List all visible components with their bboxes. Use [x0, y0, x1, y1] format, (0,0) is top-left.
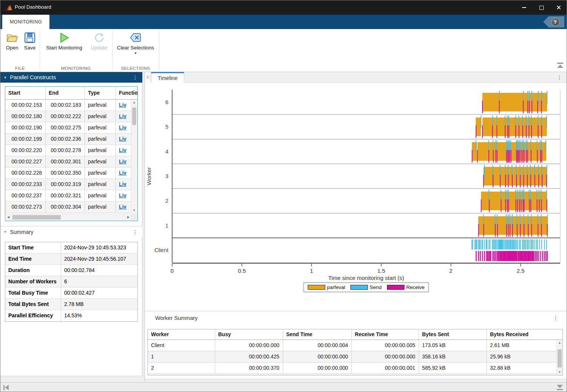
scrollbar-thumb[interactable] [12, 215, 61, 220]
panel-menu-icon[interactable]: ⋮ [133, 229, 138, 235]
row-label: Client [154, 247, 168, 253]
table-cell: 1 [148, 351, 215, 362]
collapse-bottom-panel-icon[interactable] [557, 385, 563, 390]
table-cell: 00:00:02.273 [5, 201, 46, 212]
collapse-ribbon-icon [557, 63, 563, 64]
column-header-receive-time[interactable]: Receive Time [352, 329, 419, 340]
collapse-caret-icon[interactable]: ▾ [4, 75, 6, 80]
function-link[interactable]: Liv [119, 102, 126, 108]
function-link[interactable]: Liv [119, 181, 126, 187]
table-cell: 00:00:02.275 [46, 122, 85, 133]
column-header-end[interactable]: End [46, 87, 85, 99]
parfeval-bar[interactable] [478, 216, 548, 235]
table-row[interactable]: 200:00:00.37000:00:00.00000:00:00.001585… [148, 363, 562, 374]
column-header-function[interactable]: Function [116, 87, 137, 99]
function-link[interactable]: Liv [119, 193, 126, 198]
table-cell: 00:00:02.319 [46, 179, 85, 190]
parfeval-bar[interactable] [476, 117, 481, 136]
timeline-chart[interactable]: 00.511.522.5654321ClientWorkerTime since… [145, 83, 567, 311]
summary-row: Number of Workers6 [5, 276, 137, 287]
column-header-worker[interactable]: Worker [148, 329, 215, 340]
scroll-right-icon[interactable]: ▶ [126, 214, 131, 221]
scroll-down-icon[interactable]: ▼ [557, 370, 562, 375]
column-header-bytes-sent[interactable]: Bytes Sent [419, 329, 487, 340]
panel-menu-icon[interactable]: ⋮ [553, 315, 558, 321]
scroll-up-icon[interactable]: ▲ [131, 100, 137, 105]
table-row[interactable]: 00:00:02.23700:00:02.321parfevalLiv [5, 190, 137, 201]
panel-menu-icon[interactable]: ⋮ [133, 74, 138, 80]
table-row[interactable]: 00:00:02.22700:00:02.301parfevalLiv [5, 156, 137, 168]
table-row[interactable]: 00:00:02.19900:00:02.236parfevalLiv [5, 134, 137, 145]
start-monitoring-play-icon [58, 32, 70, 43]
help-button[interactable]: ? [543, 16, 564, 28]
function-link[interactable]: Liv [119, 170, 126, 176]
collapse-caret-icon[interactable]: ▾ [4, 230, 6, 234]
table-row[interactable]: 00:00:02.23300:00:02.319parfevalLiv [5, 179, 137, 190]
tab-timeline[interactable]: Timeline [151, 72, 184, 83]
table-row[interactable]: 00:00:02.18000:00:02.222parfevalLiv [5, 111, 137, 122]
table-cell: parfeval [85, 201, 116, 212]
table-cell: 00:00:02.350 [46, 168, 85, 178]
clear-selections-dropdown-caret[interactable]: ▾ [134, 52, 136, 55]
function-link[interactable]: Liv [119, 159, 126, 164]
table-cell: 00:00:02.153 [5, 100, 46, 111]
tab-monitoring[interactable]: MONITORING [2, 15, 49, 29]
constructs-table-header: Start End Type Function [5, 87, 137, 100]
clear-selections-button[interactable]: Clear Selections ▾ [114, 32, 157, 55]
collapse-left-panel-icon[interactable] [3, 385, 9, 390]
summary-header[interactable]: ▾ Summary ⋮ [0, 226, 142, 237]
row-label: 3 [165, 173, 168, 179]
scroll-left-icon[interactable]: ◀ [6, 214, 11, 221]
panel-splitter[interactable] [142, 72, 145, 382]
scroll-up-icon[interactable]: ▲ [557, 340, 562, 346]
column-header-bytes-received[interactable]: Bytes Received [487, 329, 550, 340]
worker-summary-vertical-scrollbar[interactable]: ▲ ▼ [556, 340, 562, 375]
table-cell: parfeval [85, 179, 116, 190]
maximize-button[interactable] [533, 0, 550, 15]
column-header-type[interactable]: Type [85, 87, 116, 99]
update-button[interactable]: Update [87, 32, 111, 51]
table-row[interactable]: 00:00:02.22000:00:02.278parfevalLiv [5, 145, 137, 156]
constructs-vertical-scrollbar[interactable]: ▲ ▼ [131, 100, 137, 213]
table-row[interactable]: 00:00:02.22800:00:02.350parfevalLiv [5, 168, 137, 179]
document-tab-bar: ☰ Timeline ⋮ [145, 72, 567, 83]
open-button[interactable]: Open [3, 32, 21, 51]
table-cell: parfeval [85, 111, 116, 122]
start-monitoring-button[interactable]: Start Monitoring [43, 32, 86, 51]
summary-label: End Time [5, 254, 61, 264]
worker-summary-header[interactable]: Worker Summary ⋮ [145, 311, 567, 324]
save-button[interactable]: Save [22, 32, 38, 51]
function-link[interactable]: Liv [119, 148, 126, 153]
tab-grip-icon[interactable]: ☰ [145, 72, 151, 83]
scroll-down-icon[interactable]: ▼ [131, 208, 137, 213]
function-link[interactable]: Liv [119, 125, 126, 131]
column-header-start[interactable]: Start [5, 87, 46, 99]
table-row[interactable]: 00:00:02.15300:00:02.183parfevalLiv [5, 100, 137, 111]
function-link[interactable]: Liv [119, 114, 126, 119]
scrollbar-corner [131, 214, 137, 221]
worker-summary-table[interactable]: WorkerBusySend TimeReceive TimeBytes Sen… [148, 329, 563, 375]
tab-menu-icon[interactable]: ⋮ [557, 74, 562, 80]
table-row[interactable]: 100:00:00.42500:00:00.00000:00:00.000358… [148, 351, 562, 363]
table-cell: 00:00:02.321 [46, 190, 85, 201]
scrollbar-thumb[interactable] [132, 108, 136, 125]
column-header-busy[interactable]: Busy [215, 329, 283, 340]
column-header-send-time[interactable]: Send Time [283, 329, 352, 340]
table-row[interactable]: Client00:00:00.00000:00:00.00400:00:00.0… [148, 340, 562, 351]
summary-value: 00:00:02.784 [61, 265, 137, 276]
function-link[interactable]: Liv [119, 136, 126, 142]
table-cell: 585.92 kB [419, 363, 487, 374]
function-link[interactable]: Liv [119, 204, 126, 210]
table-row[interactable]: 00:00:02.19000:00:02.275parfevalLiv [5, 122, 137, 134]
legend-item-parfeval: parfeval [308, 284, 345, 290]
table-cell: 00:00:00.000 [352, 351, 419, 362]
scrollbar-thumb[interactable] [558, 349, 562, 367]
close-button[interactable]: ✕ [550, 0, 567, 15]
table-row[interactable]: 00:00:02.27300:00:02.304parfevalLiv [5, 201, 137, 213]
parfeval-bar[interactable] [478, 142, 546, 161]
constructs-horizontal-scrollbar[interactable]: ◀ ▶ [6, 214, 131, 221]
parallel-constructs-header[interactable]: ▾ Parallel Constructs ⋮ [0, 72, 142, 83]
minimize-button[interactable] [515, 0, 533, 15]
parallel-constructs-table[interactable]: Start End Type Function 00:00:02.15300:0… [5, 86, 138, 221]
collapse-ribbon-button[interactable] [557, 63, 564, 69]
